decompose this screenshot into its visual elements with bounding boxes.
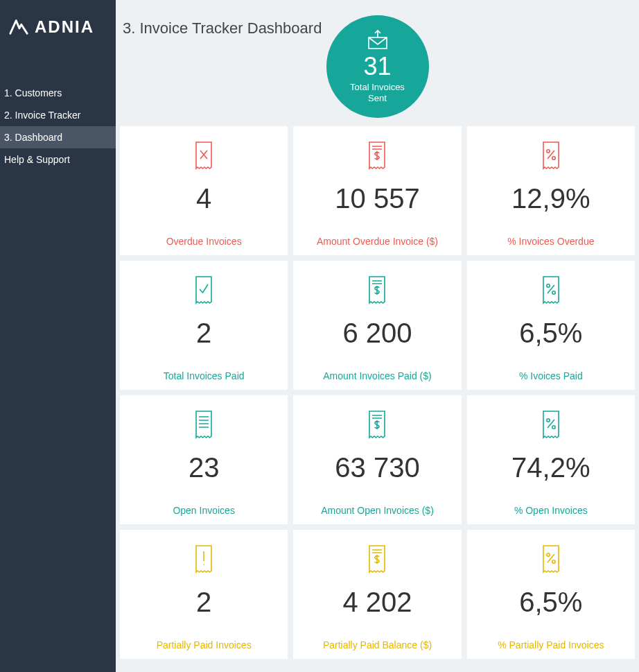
kpi-value: 6,5%	[519, 318, 582, 349]
kpi-label: Amount Overdue Invoice ($)	[293, 228, 461, 255]
kpi-card-body: 2	[120, 530, 288, 632]
sidebar-nav: 1. Customers 2. Invoice Tracker 3. Dashb…	[0, 82, 116, 171]
brand-name: ADNIA	[35, 17, 94, 37]
main-content: 3. Invoice Tracker Dashboard 31 Total In…	[116, 0, 639, 672]
kpi-label: % Partially Paid Invoices	[467, 632, 635, 659]
kpi-card-body: 12,9%	[467, 126, 635, 228]
kpi-card: 12,9%% Invoices Overdue	[467, 126, 635, 255]
kpi-value: 63 730	[335, 452, 419, 483]
kpi-value: 6,5%	[519, 587, 582, 618]
kpi-label: Total Invoices Paid	[120, 363, 288, 390]
total-invoices-sent-value: 31	[363, 54, 391, 79]
kpi-card-body: 4	[120, 126, 288, 228]
kpi-value: 74,2%	[511, 452, 590, 483]
kpi-card: 6 200Amount Invoices Paid ($)	[293, 261, 461, 390]
sidebar-item-help-support[interactable]: Help & Support	[0, 148, 116, 171]
brand: ADNIA	[0, 0, 116, 54]
invoice-lines-icon	[192, 409, 216, 440]
invoice-percent-icon	[539, 409, 563, 440]
kpi-card: 6,5%% Partially Paid Invoices	[467, 530, 635, 659]
kpi-value: 10 557	[335, 183, 419, 214]
kpi-value: 12,9%	[511, 183, 590, 214]
kpi-card: 10 557Amount Overdue Invoice ($)	[293, 126, 461, 255]
invoice-dollar-icon	[365, 544, 389, 574]
invoice-check-icon	[192, 275, 216, 305]
kpi-label: Amount Invoices Paid ($)	[293, 363, 461, 390]
kpi-card-body: 2	[120, 261, 288, 363]
kpi-label: Amount Open Invoices ($)	[293, 497, 461, 524]
invoice-percent-icon	[539, 544, 563, 574]
invoice-percent-icon	[539, 140, 563, 171]
total-invoices-sent-badge: 31 Total Invoices Sent	[326, 15, 429, 118]
invoice-dollar-icon	[365, 409, 389, 440]
dashboard-header: 3. Invoice Tracker Dashboard 31 Total In…	[116, 0, 639, 122]
total-invoices-sent-label: Total Invoices Sent	[350, 82, 405, 103]
kpi-value: 4 202	[342, 587, 412, 618]
kpi-value: 6 200	[342, 318, 412, 349]
kpi-card-body: 6,5%	[467, 530, 635, 632]
kpi-grid: 4Overdue Invoices10 557Amount Overdue In…	[116, 122, 639, 663]
kpi-card-body: 10 557	[293, 126, 461, 228]
invoice-exclaim-icon	[192, 544, 216, 574]
kpi-card-body: 6,5%	[467, 261, 635, 363]
sidebar: ADNIA 1. Customers 2. Invoice Tracker 3.…	[0, 0, 116, 672]
sidebar-item-dashboard[interactable]: 3. Dashboard	[0, 126, 116, 148]
kpi-card: 63 730Amount Open Invoices ($)	[293, 395, 461, 524]
brand-logo-icon	[8, 17, 29, 37]
kpi-card-body: 23	[120, 395, 288, 497]
kpi-value: 4	[196, 183, 211, 214]
kpi-label: Partially Paid Invoices	[120, 632, 288, 659]
kpi-card-body: 6 200	[293, 261, 461, 363]
sidebar-item-customers[interactable]: 1. Customers	[0, 82, 116, 104]
kpi-card: 6,5%% Ivoices Paid	[467, 261, 635, 390]
kpi-label: % Invoices Overdue	[467, 228, 635, 255]
kpi-label: Overdue Invoices	[120, 228, 288, 255]
page-title: 3. Invoice Tracker Dashboard	[123, 19, 322, 37]
kpi-card: 74,2%% Open Invoices	[467, 395, 635, 524]
kpi-label: % Open Invoices	[467, 497, 635, 524]
kpi-card-body: 74,2%	[467, 395, 635, 497]
kpi-card: 23Open Invoices	[120, 395, 288, 524]
kpi-label: Open Invoices	[120, 497, 288, 524]
kpi-card: 2Total Invoices Paid	[120, 261, 288, 390]
kpi-label: % Ivoices Paid	[467, 363, 635, 390]
kpi-card: 2Partially Paid Invoices	[120, 530, 288, 659]
kpi-card: 4 202Partially Paid Balance ($)	[293, 530, 461, 659]
kpi-card: 4Overdue Invoices	[120, 126, 288, 255]
kpi-value: 2	[196, 587, 211, 618]
sidebar-item-invoice-tracker[interactable]: 2. Invoice Tracker	[0, 104, 116, 126]
kpi-value: 2	[196, 318, 211, 349]
invoice-dollar-icon	[365, 275, 389, 305]
kpi-card-body: 4 202	[293, 530, 461, 632]
kpi-label: Partially Paid Balance ($)	[293, 632, 461, 659]
invoice-dollar-icon	[365, 140, 389, 171]
kpi-value: 23	[189, 452, 220, 483]
invoice-x-icon	[192, 140, 216, 171]
invoice-percent-icon	[539, 275, 563, 305]
envelope-send-icon	[366, 29, 389, 53]
kpi-card-body: 63 730	[293, 395, 461, 497]
